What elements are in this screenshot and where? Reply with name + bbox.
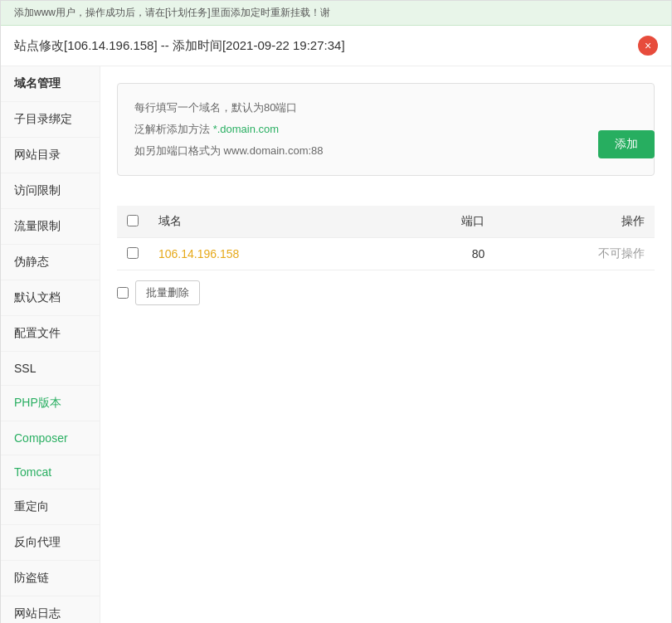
select-all-checkbox[interactable] [127, 215, 139, 226]
sidebar: 域名管理子目录绑定网站目录访问限制流量限制伪静态默认文档配置文件SSLPHP版本… [1, 66, 100, 623]
modal-container: 添加www用户，操作成功后，请在[计划任务]里面添加定时重新挂载！谢 站点修改[… [0, 0, 672, 623]
domain-header: 域名 [149, 206, 391, 238]
add-button[interactable]: 添加 [598, 130, 655, 158]
info-line2: 泛解析添加方法 *.domain.com [134, 119, 637, 140]
modal-header: 站点修改[106.14.196.158] -- 添加时间[2021-09-22 … [1, 26, 671, 66]
sidebar-item-6[interactable]: 默认文档 [1, 280, 100, 316]
batch-checkbox[interactable] [117, 287, 129, 299]
domain-cell: 106.14.196.158 [149, 238, 391, 270]
sidebar-item-2[interactable]: 网站目录 [1, 138, 100, 173]
content-area: 每行填写一个域名，默认为80端口 泛解析添加方法 *.domain.com 如另… [100, 66, 671, 623]
info-line1: 每行填写一个域名，默认为80端口 [134, 97, 637, 119]
sidebar-item-1[interactable]: 子目录绑定 [1, 102, 100, 138]
batch-delete-button[interactable]: 批量删除 [135, 280, 200, 305]
sidebar-item-7[interactable]: 配置文件 [1, 316, 100, 352]
batch-delete-area: 批量删除 [117, 280, 655, 305]
row-checkbox-0[interactable] [127, 247, 139, 259]
sidebar-item-15[interactable]: 网站日志 [1, 596, 100, 623]
sidebar-item-9[interactable]: PHP版本 [1, 386, 100, 421]
sidebar-item-14[interactable]: 防盗链 [1, 561, 100, 596]
op-cell: 不可操作 [494, 238, 655, 270]
close-button[interactable]: × [638, 36, 658, 56]
sidebar-item-10[interactable]: Composer [1, 421, 100, 455]
sidebar-item-0[interactable]: 域名管理 [1, 66, 100, 102]
top-notice: 添加www用户，操作成功后，请在[计划任务]里面添加定时重新挂载！谢 [1, 1, 671, 26]
info-line3: 如另加端口格式为 www.domain.com:88 [134, 140, 637, 162]
info-box: 每行填写一个域名，默认为80端口 泛解析添加方法 *.domain.com 如另… [117, 83, 655, 176]
sidebar-item-3[interactable]: 访问限制 [1, 173, 100, 209]
sidebar-item-5[interactable]: 伪静态 [1, 245, 100, 280]
domain-table: 域名 端口 操作 106.14.196.158 80 不可操作 [117, 206, 655, 270]
port-cell: 80 [391, 238, 494, 270]
sidebar-item-11[interactable]: Tomcat [1, 455, 100, 489]
top-notice-text: 添加www用户，操作成功后，请在[计划任务]里面添加定时重新挂载！谢 [14, 7, 330, 18]
sidebar-item-12[interactable]: 重定向 [1, 489, 100, 525]
op-header: 操作 [494, 206, 655, 238]
modal-body: 域名管理子目录绑定网站目录访问限制流量限制伪静态默认文档配置文件SSLPHP版本… [1, 66, 671, 623]
info-line2-highlight: *.domain.com [213, 123, 279, 135]
table-row: 106.14.196.158 80 不可操作 [117, 238, 655, 270]
sidebar-item-13[interactable]: 反向代理 [1, 525, 100, 561]
port-header: 端口 [391, 206, 494, 238]
modal-title: 站点修改[106.14.196.158] -- 添加时间[2021-09-22 … [14, 38, 345, 54]
table-wrapper: 域名 端口 操作 106.14.196.158 80 不可操作 批量删除 [117, 206, 655, 305]
sidebar-item-8[interactable]: SSL [1, 352, 100, 386]
sidebar-item-4[interactable]: 流量限制 [1, 209, 100, 245]
